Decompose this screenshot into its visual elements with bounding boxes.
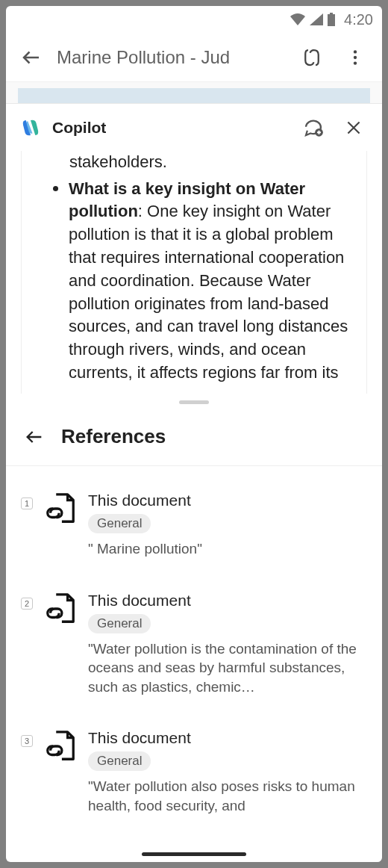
battery-icon bbox=[328, 13, 335, 26]
copilot-bullet-item: What is a key insight on Water pollution… bbox=[40, 178, 348, 385]
more-options-button[interactable] bbox=[339, 41, 372, 74]
reference-snippet: "Water pollution is the contamination of… bbox=[88, 639, 367, 697]
status-bar-time: 4:20 bbox=[344, 11, 373, 28]
document-preview-strip bbox=[6, 82, 382, 103]
home-indicator[interactable] bbox=[142, 852, 246, 856]
reference-title: This document bbox=[88, 729, 367, 747]
reference-item[interactable]: 3 This document General "Water pollution… bbox=[21, 711, 367, 830]
reference-snippet: "Water pollution also poses risks to hum… bbox=[88, 777, 367, 815]
back-button[interactable] bbox=[16, 43, 46, 72]
copilot-bullet-body: : One key insight on Water pollution is … bbox=[69, 202, 348, 382]
reference-tag: General bbox=[88, 751, 151, 771]
close-copilot-button[interactable] bbox=[339, 113, 369, 143]
document-link-icon bbox=[43, 592, 78, 626]
wifi-icon bbox=[290, 13, 305, 25]
reference-title: This document bbox=[88, 492, 367, 509]
reference-tag: General bbox=[88, 514, 151, 533]
svg-rect-0 bbox=[328, 14, 335, 26]
references-title: References bbox=[61, 425, 166, 448]
document-title: Marine Pollution - Jud bbox=[57, 47, 285, 68]
copilot-response-line: stakeholders. bbox=[40, 151, 348, 173]
copilot-logo-icon bbox=[19, 117, 42, 139]
reference-item[interactable]: 1 This document General " Marine polluti… bbox=[21, 474, 367, 574]
copilot-response-body: stakeholders. What is a key insight on W… bbox=[21, 151, 367, 394]
reference-index-badge: 2 bbox=[21, 598, 33, 610]
svg-point-4 bbox=[354, 61, 357, 64]
svg-rect-1 bbox=[330, 13, 333, 14]
references-back-button[interactable] bbox=[21, 424, 48, 450]
copilot-panel-title: Copilot bbox=[52, 119, 288, 137]
reference-index-badge: 3 bbox=[21, 735, 33, 747]
copilot-panel-header: Copilot bbox=[6, 103, 382, 151]
references-header: References bbox=[6, 412, 382, 466]
app-bar: Marine Pollution - Jud bbox=[6, 33, 382, 82]
status-bar: 4:20 bbox=[6, 6, 382, 33]
new-chat-button[interactable] bbox=[298, 113, 328, 143]
reference-item[interactable]: 2 This document General "Water pollution… bbox=[21, 574, 367, 712]
drag-handle[interactable] bbox=[6, 394, 382, 412]
reference-index-badge: 1 bbox=[21, 497, 33, 509]
references-list: 1 This document General " Marine polluti… bbox=[6, 466, 382, 831]
reference-title: This document bbox=[88, 592, 367, 610]
document-link-icon bbox=[43, 492, 78, 526]
bullet-icon bbox=[53, 186, 58, 191]
svg-point-3 bbox=[354, 55, 357, 58]
svg-point-2 bbox=[354, 50, 357, 53]
document-link-icon bbox=[43, 729, 78, 763]
copilot-bullet-text: What is a key insight on Water pollution… bbox=[69, 178, 348, 385]
reference-tag: General bbox=[88, 614, 151, 633]
copilot-toolbar-icon[interactable] bbox=[295, 41, 328, 74]
cellular-signal-icon bbox=[310, 13, 323, 25]
reference-snippet: " Marine pollution" bbox=[88, 539, 367, 559]
